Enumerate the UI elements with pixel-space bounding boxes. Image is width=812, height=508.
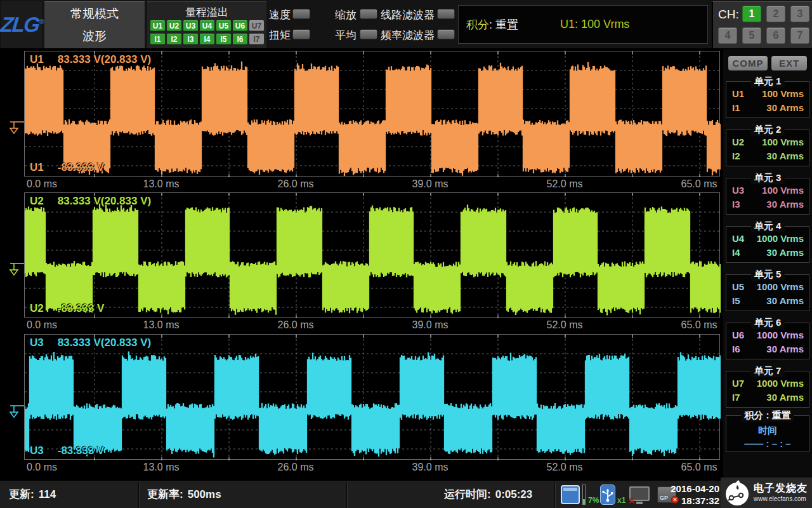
unit-value: 100 Vrms	[762, 88, 804, 99]
overflow-badge-i4: I4	[200, 34, 214, 44]
mode-line2: 波形	[44, 28, 145, 44]
time-tick-label: 13.0 ms	[143, 178, 180, 190]
channel-button-5[interactable]: 5	[742, 27, 761, 44]
unit-channel-label: U2	[732, 137, 744, 147]
line-filter-toggle[interactable]	[437, 9, 455, 19]
zero-level-marker-u2	[8, 262, 25, 277]
unit-channel-label: I2	[732, 150, 740, 161]
speed-label: 速度	[269, 8, 291, 22]
range-overflow-title: 量程溢出	[147, 5, 266, 20]
time-tick-label: 26.0 ms	[278, 319, 314, 331]
waveform-panel-u2: U283.333 V(20.833 V)U2-83.333 V	[24, 192, 720, 318]
panel-bottom-label: U1-83.333 V	[30, 161, 104, 174]
channel-button-1[interactable]: 1	[742, 6, 761, 22]
unit-card-7[interactable]: 单元 7U71000 VrmsI730 Arms	[726, 371, 809, 408]
unit-channel-label: U7	[732, 378, 744, 389]
status-bar: 更新:114 更新率:500ms 运行时间:0:05:23 7% x1	[0, 479, 812, 508]
channel-button-2[interactable]: 2	[766, 6, 785, 22]
unit-value: 1000 Vrms	[757, 378, 804, 389]
unit-value: 30 Arms	[766, 392, 804, 403]
time-tick-label: 52.0 ms	[547, 462, 583, 473]
unit-value: 1000 Vrms	[757, 281, 804, 292]
range-overflow-panel: 量程溢出 U1U2U3U4U5U6U7 I1I2I3I4I5I6I7	[147, 1, 266, 48]
line-filter-label: 线路滤波器	[381, 8, 435, 22]
overflow-badge-u6: U6	[233, 20, 247, 31]
current-overflow-badges: I1I2I3I4I5I6I7	[150, 34, 264, 44]
ext-button[interactable]: EXT	[771, 56, 807, 70]
comp-button[interactable]: COMP	[728, 56, 768, 70]
storage-icon	[561, 485, 580, 504]
update-count: 更新:114	[9, 481, 56, 508]
min-scale-value: -83.333 V	[58, 444, 105, 457]
overflow-badge-i2: I2	[167, 34, 181, 44]
unit-channel-label: I7	[732, 392, 740, 403]
unit-card-2[interactable]: 单元 2U2100 VrmsI230 Arms	[726, 130, 809, 166]
unit-card-1[interactable]: 单元 1U1100 VrmsI130 Arms	[726, 81, 809, 118]
integral-time-card: 积分 : 重置 时间 —— : – : –	[726, 415, 809, 452]
max-scale-value: 83.333 V(20.833 V)	[58, 195, 151, 207]
unit-value: 100 Vrms	[762, 185, 804, 196]
time-axis-u1: 0.0 ms13.0 ms26.0 ms39.0 ms52.0 ms65.0 m…	[24, 178, 720, 191]
overflow-badge-i6: I6	[233, 34, 247, 44]
watermark-title: 电子发烧友	[754, 482, 808, 495]
overflow-badge-i3: I3	[183, 34, 198, 44]
watermark-url: www.elecfans.com	[754, 495, 806, 502]
channel-label: CH:	[718, 8, 739, 22]
waveform-panel-u1: U183.333 V(20.833 V)U1-83.333 V	[24, 51, 720, 177]
mode-panel[interactable]: 常规模式 波形	[44, 1, 145, 48]
unit-channel-label: U3	[732, 185, 744, 196]
waveform-svg-u3	[25, 335, 721, 460]
unit-value: 30 Arms	[766, 199, 804, 210]
elecfans-watermark: 电子发烧友 www.elecfans.com	[721, 478, 812, 508]
zoom-toggle[interactable]	[360, 9, 377, 19]
unit-channel-label: U1	[732, 88, 744, 99]
registered-mark: ®	[39, 18, 43, 25]
channel-button-6[interactable]: 6	[766, 27, 785, 44]
time-tick-label: 65.0 ms	[681, 462, 717, 473]
torque-toggle[interactable]	[292, 29, 310, 39]
panel-top-label: U383.333 V(20.833 V)	[30, 337, 151, 349]
panel-top-label: U183.333 V(20.833 V)	[30, 53, 151, 66]
unit-card-5[interactable]: 单元 5U51000 VrmsI530 Arms	[726, 274, 809, 311]
min-scale-value: -83.333 V	[58, 161, 105, 173]
waveform-svg-u2	[25, 193, 721, 318]
unit-card-title: 单元 2	[751, 124, 785, 136]
average-toggle[interactable]	[360, 29, 377, 39]
time: 18:37:32	[671, 495, 719, 507]
speed-toggle[interactable]	[292, 9, 310, 19]
unit-value: 1000 Vrms	[757, 233, 804, 244]
elecfans-logo-icon	[723, 479, 751, 507]
separator	[138, 482, 140, 508]
date: 2016-04-20	[671, 483, 719, 495]
freq-filter-toggle[interactable]	[437, 29, 455, 39]
display-disconnected-icon: ✕	[628, 496, 636, 506]
unit-card-title: 单元 7	[751, 365, 785, 377]
measurement-sidebar: COMP EXT 单元 1U1100 VrmsI130 Arms单元 2U210…	[723, 50, 812, 478]
time-axis-u3: 0.0 ms13.0 ms26.0 ms39.0 ms52.0 ms65.0 m…	[24, 462, 720, 474]
unit-card-3[interactable]: 单元 3U3100 VrmsI330 Arms	[726, 178, 809, 215]
integral-card-title: 积分 : 重置	[741, 410, 794, 422]
channel-button-3[interactable]: 3	[790, 6, 809, 22]
time-tick-label: 65.0 ms	[681, 319, 717, 331]
unit-channel-label: I1	[732, 102, 740, 113]
channel-button-7[interactable]: 7	[790, 27, 809, 44]
unit-value: 30 Arms	[766, 102, 804, 113]
unit-card-6[interactable]: 单元 6U61000 VrmsI630 Arms	[726, 323, 809, 359]
datetime: 2016-04-20 18:37:32	[671, 483, 719, 507]
power-analyzer-screen: ZLG® 常规模式 波形 量程溢出 U1U2U3U4U5U6U7 I1I2I3I…	[0, 0, 812, 508]
integral-time-label: 时间	[726, 425, 809, 437]
channel-button-4[interactable]: 4	[718, 27, 737, 44]
overflow-badge-u7: U7	[249, 20, 264, 31]
time-tick-label: 52.0 ms	[547, 178, 583, 190]
time-tick-label: 0.0 ms	[27, 178, 57, 190]
time-tick-label: 0.0 ms	[27, 462, 57, 473]
voltage-overflow-badges: U1U2U3U4U5U6U7	[150, 20, 264, 31]
time-tick-label: 13.0 ms	[143, 462, 180, 473]
unit-channel-label: U5	[732, 281, 744, 292]
channel-select-panel: CH: 1234567	[712, 1, 812, 48]
unit-card-4[interactable]: 单元 4U41000 VrmsI430 Arms	[726, 226, 809, 263]
unit-card-title: 单元 1	[751, 76, 785, 88]
panel-top-label: U283.333 V(20.833 V)	[30, 195, 151, 208]
unit-value: 30 Arms	[766, 344, 804, 354]
zlg-logo: ZLG®	[1, 1, 42, 48]
